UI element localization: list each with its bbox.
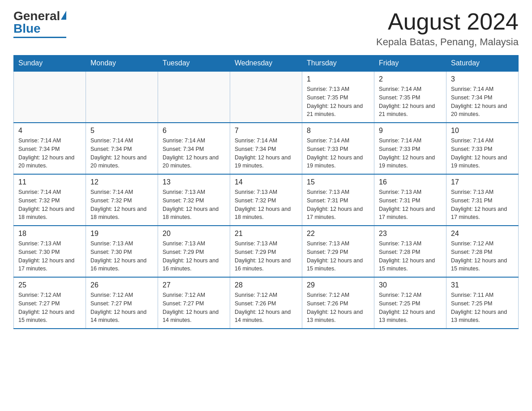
calendar-cell: 19Sunrise: 7:13 AMSunset: 7:30 PMDayligh… <box>86 226 158 277</box>
calendar-cell: 9Sunrise: 7:14 AMSunset: 7:33 PMDaylight… <box>374 123 446 174</box>
day-number: 30 <box>379 281 442 289</box>
day-info: Sunrise: 7:12 AMSunset: 7:27 PMDaylight:… <box>90 291 153 325</box>
day-number: 15 <box>307 178 369 186</box>
day-number: 8 <box>307 127 369 135</box>
day-info: Sunrise: 7:13 AMSunset: 7:29 PMDaylight:… <box>307 240 369 273</box>
day-number: 7 <box>235 127 297 135</box>
day-info: Sunrise: 7:13 AMSunset: 7:31 PMDaylight:… <box>451 188 514 222</box>
day-info: Sunrise: 7:13 AMSunset: 7:30 PMDaylight:… <box>90 240 153 273</box>
calendar-week-row: 1Sunrise: 7:13 AMSunset: 7:35 PMDaylight… <box>14 71 519 123</box>
calendar-cell: 1Sunrise: 7:13 AMSunset: 7:35 PMDaylight… <box>302 71 374 123</box>
calendar-cell <box>158 71 230 123</box>
day-number: 22 <box>307 230 369 238</box>
day-number: 27 <box>163 281 225 289</box>
day-info: Sunrise: 7:12 AMSunset: 7:26 PMDaylight:… <box>307 291 369 325</box>
calendar-cell: 18Sunrise: 7:13 AMSunset: 7:30 PMDayligh… <box>14 226 86 277</box>
calendar-cell: 24Sunrise: 7:12 AMSunset: 7:28 PMDayligh… <box>446 226 519 277</box>
day-number: 13 <box>163 178 225 186</box>
day-info: Sunrise: 7:13 AMSunset: 7:31 PMDaylight:… <box>379 188 442 222</box>
calendar-cell: 23Sunrise: 7:13 AMSunset: 7:28 PMDayligh… <box>374 226 446 277</box>
calendar-cell: 16Sunrise: 7:13 AMSunset: 7:31 PMDayligh… <box>374 174 446 226</box>
day-info: Sunrise: 7:13 AMSunset: 7:32 PMDaylight:… <box>235 188 297 222</box>
day-number: 21 <box>235 230 297 238</box>
calendar-cell: 29Sunrise: 7:12 AMSunset: 7:26 PMDayligh… <box>302 277 374 329</box>
day-number: 29 <box>307 281 369 289</box>
day-number: 11 <box>18 178 81 186</box>
calendar-cell: 20Sunrise: 7:13 AMSunset: 7:29 PMDayligh… <box>158 226 230 277</box>
calendar-cell: 13Sunrise: 7:13 AMSunset: 7:32 PMDayligh… <box>158 174 230 226</box>
calendar-cell: 5Sunrise: 7:14 AMSunset: 7:34 PMDaylight… <box>86 123 158 174</box>
day-number: 28 <box>235 281 297 289</box>
day-number: 25 <box>18 281 81 289</box>
calendar-cell: 8Sunrise: 7:14 AMSunset: 7:33 PMDaylight… <box>302 123 374 174</box>
calendar-cell: 26Sunrise: 7:12 AMSunset: 7:27 PMDayligh… <box>86 277 158 329</box>
logo-triangle-icon <box>61 11 66 20</box>
calendar-cell: 4Sunrise: 7:14 AMSunset: 7:34 PMDaylight… <box>14 123 86 174</box>
day-header-wednesday: Wednesday <box>230 56 302 72</box>
calendar-week-row: 4Sunrise: 7:14 AMSunset: 7:34 PMDaylight… <box>14 123 519 174</box>
calendar-cell: 15Sunrise: 7:13 AMSunset: 7:31 PMDayligh… <box>302 174 374 226</box>
day-header-thursday: Thursday <box>302 56 374 72</box>
day-number: 12 <box>90 178 153 186</box>
day-number: 23 <box>379 230 442 238</box>
day-info: Sunrise: 7:14 AMSunset: 7:34 PMDaylight:… <box>90 137 153 170</box>
day-info: Sunrise: 7:14 AMSunset: 7:33 PMDaylight:… <box>379 137 442 170</box>
day-number: 10 <box>451 127 514 135</box>
day-info: Sunrise: 7:11 AMSunset: 7:25 PMDaylight:… <box>451 291 514 325</box>
day-info: Sunrise: 7:12 AMSunset: 7:27 PMDaylight:… <box>163 291 225 325</box>
page-header: General Blue August 2024 Kepala Batas, P… <box>13 9 519 48</box>
day-info: Sunrise: 7:14 AMSunset: 7:33 PMDaylight:… <box>307 137 369 170</box>
day-number: 17 <box>451 178 514 186</box>
calendar-week-row: 25Sunrise: 7:12 AMSunset: 7:27 PMDayligh… <box>14 277 519 329</box>
day-info: Sunrise: 7:13 AMSunset: 7:30 PMDaylight:… <box>18 240 81 273</box>
day-info: Sunrise: 7:14 AMSunset: 7:35 PMDaylight:… <box>379 85 442 119</box>
day-number: 14 <box>235 178 297 186</box>
day-info: Sunrise: 7:13 AMSunset: 7:35 PMDaylight:… <box>307 85 369 119</box>
day-number: 24 <box>451 230 514 238</box>
day-info: Sunrise: 7:14 AMSunset: 7:34 PMDaylight:… <box>18 137 81 170</box>
day-number: 6 <box>163 127 225 135</box>
calendar-cell: 21Sunrise: 7:13 AMSunset: 7:29 PMDayligh… <box>230 226 302 277</box>
day-header-sunday: Sunday <box>14 56 86 72</box>
calendar-header-row: SundayMondayTuesdayWednesdayThursdayFrid… <box>14 56 519 72</box>
day-info: Sunrise: 7:13 AMSunset: 7:29 PMDaylight:… <box>163 240 225 273</box>
day-info: Sunrise: 7:12 AMSunset: 7:25 PMDaylight:… <box>379 291 442 325</box>
day-info: Sunrise: 7:14 AMSunset: 7:34 PMDaylight:… <box>163 137 225 170</box>
day-number: 4 <box>18 127 81 135</box>
calendar-table: SundayMondayTuesdayWednesdayThursdayFrid… <box>13 55 519 329</box>
calendar-cell: 11Sunrise: 7:14 AMSunset: 7:32 PMDayligh… <box>14 174 86 226</box>
calendar-cell <box>14 71 86 123</box>
calendar-cell: 27Sunrise: 7:12 AMSunset: 7:27 PMDayligh… <box>158 277 230 329</box>
day-info: Sunrise: 7:14 AMSunset: 7:32 PMDaylight:… <box>90 188 153 222</box>
calendar-cell: 30Sunrise: 7:12 AMSunset: 7:25 PMDayligh… <box>374 277 446 329</box>
calendar-week-row: 11Sunrise: 7:14 AMSunset: 7:32 PMDayligh… <box>14 174 519 226</box>
calendar-cell: 25Sunrise: 7:12 AMSunset: 7:27 PMDayligh… <box>14 277 86 329</box>
day-number: 18 <box>18 230 81 238</box>
day-number: 3 <box>451 75 514 83</box>
day-number: 31 <box>451 281 514 289</box>
day-header-friday: Friday <box>374 56 446 72</box>
day-header-saturday: Saturday <box>446 56 519 72</box>
day-info: Sunrise: 7:14 AMSunset: 7:34 PMDaylight:… <box>235 137 297 170</box>
calendar-cell: 14Sunrise: 7:13 AMSunset: 7:32 PMDayligh… <box>230 174 302 226</box>
day-info: Sunrise: 7:14 AMSunset: 7:32 PMDaylight:… <box>18 188 81 222</box>
logo-blue: Blue <box>13 21 41 36</box>
day-info: Sunrise: 7:14 AMSunset: 7:34 PMDaylight:… <box>451 85 514 119</box>
title-area: August 2024 Kepala Batas, Penang, Malays… <box>376 9 519 48</box>
day-info: Sunrise: 7:13 AMSunset: 7:31 PMDaylight:… <box>307 188 369 222</box>
day-number: 26 <box>90 281 153 289</box>
day-number: 1 <box>307 75 369 83</box>
day-header-monday: Monday <box>86 56 158 72</box>
main-title: August 2024 <box>376 9 519 34</box>
calendar-cell: 3Sunrise: 7:14 AMSunset: 7:34 PMDaylight… <box>446 71 519 123</box>
calendar-cell: 17Sunrise: 7:13 AMSunset: 7:31 PMDayligh… <box>446 174 519 226</box>
calendar-cell: 31Sunrise: 7:11 AMSunset: 7:25 PMDayligh… <box>446 277 519 329</box>
subtitle: Kepala Batas, Penang, Malaysia <box>376 36 519 48</box>
day-info: Sunrise: 7:13 AMSunset: 7:32 PMDaylight:… <box>163 188 225 222</box>
calendar-cell: 10Sunrise: 7:14 AMSunset: 7:33 PMDayligh… <box>446 123 519 174</box>
day-number: 9 <box>379 127 442 135</box>
day-info: Sunrise: 7:13 AMSunset: 7:28 PMDaylight:… <box>379 240 442 273</box>
logo-underline <box>13 37 66 38</box>
calendar-cell: 22Sunrise: 7:13 AMSunset: 7:29 PMDayligh… <box>302 226 374 277</box>
day-header-tuesday: Tuesday <box>158 56 230 72</box>
